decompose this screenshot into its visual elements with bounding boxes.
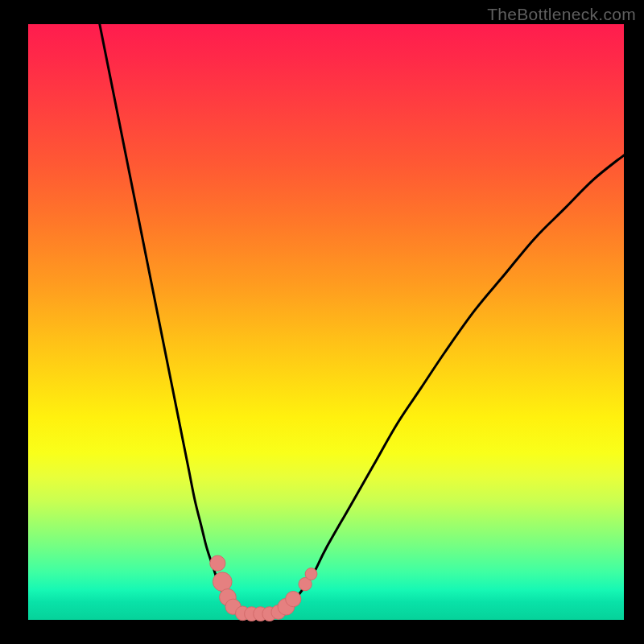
watermark-label: TheBottleneck.com: [487, 5, 636, 24]
curves-group: [100, 24, 624, 614]
markers-group: [210, 555, 317, 621]
marker-right-cluster-top: [305, 568, 317, 580]
curve-right-curve: [279, 155, 624, 614]
chart-svg: [28, 24, 624, 620]
marker-left-cluster-upper: [213, 572, 232, 592]
curve-left-curve: [100, 24, 243, 614]
chart-frame: TheBottleneck.com: [0, 0, 644, 644]
marker-right-cluster-mid: [286, 591, 301, 606]
plot-area: [28, 24, 624, 620]
marker-left-cluster-top: [210, 555, 225, 571]
